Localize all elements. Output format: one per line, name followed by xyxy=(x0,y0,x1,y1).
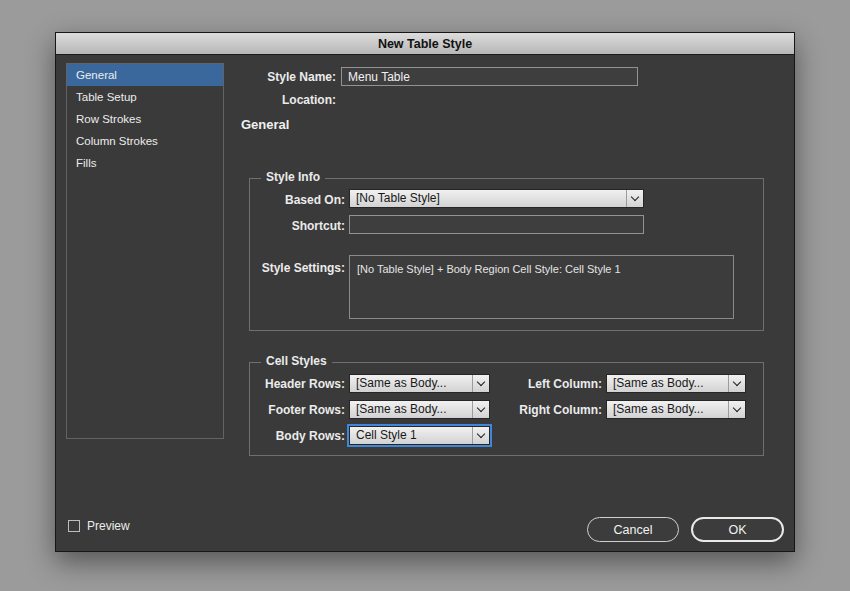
chevron-down-icon xyxy=(472,375,489,392)
style-settings-text: [No Table Style] + Body Region Cell Styl… xyxy=(357,263,621,275)
preview-checkbox[interactable] xyxy=(68,520,80,532)
style-settings-label: Style Settings: xyxy=(245,260,345,276)
sidebar-item-label: Column Strokes xyxy=(76,135,158,147)
location-label: Location: xyxy=(236,92,336,108)
header-rows-label: Header Rows: xyxy=(245,376,345,392)
chevron-down-icon xyxy=(472,427,489,444)
header-rows-value: [Same as Body... xyxy=(350,375,472,392)
category-list: General Table Setup Row Strokes Column S… xyxy=(66,63,224,439)
based-on-value: [No Table Style] xyxy=(350,190,626,207)
chevron-down-icon xyxy=(472,401,489,418)
dialog-titlebar[interactable]: New Table Style xyxy=(56,33,794,55)
body-rows-label: Body Rows: xyxy=(245,428,345,444)
sidebar-item-label: Fills xyxy=(76,157,96,169)
shortcut-label: Shortcut: xyxy=(245,218,345,234)
body-rows-value: Cell Style 1 xyxy=(350,427,472,444)
shortcut-input[interactable] xyxy=(349,215,644,234)
based-on-label: Based On: xyxy=(245,192,345,208)
sidebar-item-label: Row Strokes xyxy=(76,113,141,125)
cell-styles-legend: Cell Styles xyxy=(261,354,332,368)
dialog-title: New Table Style xyxy=(378,37,472,51)
section-heading-general: General xyxy=(241,117,289,132)
chevron-down-icon xyxy=(626,190,643,207)
style-name-label: Style Name: xyxy=(236,69,336,85)
right-column-label: Right Column: xyxy=(502,402,602,418)
based-on-dropdown[interactable]: [No Table Style] xyxy=(349,189,644,208)
sidebar-item-column-strokes[interactable]: Column Strokes xyxy=(67,130,223,152)
sidebar-item-label: General xyxy=(76,69,117,81)
footer-rows-dropdown[interactable]: [Same as Body... xyxy=(349,400,490,419)
style-info-legend: Style Info xyxy=(261,170,325,184)
ok-button[interactable]: OK xyxy=(691,517,784,542)
chevron-down-icon xyxy=(728,401,745,418)
preview-label: Preview xyxy=(87,518,130,534)
footer-rows-label: Footer Rows: xyxy=(245,402,345,418)
right-column-value: [Same as Body... xyxy=(607,401,728,418)
footer-rows-value: [Same as Body... xyxy=(350,401,472,418)
chevron-down-icon xyxy=(728,375,745,392)
sidebar-item-general[interactable]: General xyxy=(67,64,223,86)
left-column-value: [Same as Body... xyxy=(607,375,728,392)
sidebar-item-row-strokes[interactable]: Row Strokes xyxy=(67,108,223,130)
body-rows-dropdown[interactable]: Cell Style 1 xyxy=(349,426,490,445)
header-rows-dropdown[interactable]: [Same as Body... xyxy=(349,374,490,393)
right-column-dropdown[interactable]: [Same as Body... xyxy=(606,400,746,419)
style-settings-box: [No Table Style] + Body Region Cell Styl… xyxy=(349,255,734,319)
sidebar-item-label: Table Setup xyxy=(76,91,137,103)
sidebar-item-fills[interactable]: Fills xyxy=(67,152,223,174)
cancel-button[interactable]: Cancel xyxy=(587,517,679,542)
sidebar-item-table-setup[interactable]: Table Setup xyxy=(67,86,223,108)
left-column-dropdown[interactable]: [Same as Body... xyxy=(606,374,746,393)
new-table-style-dialog: New Table Style General Table Setup Row … xyxy=(55,32,795,552)
style-name-input[interactable] xyxy=(341,67,638,86)
left-column-label: Left Column: xyxy=(502,376,602,392)
